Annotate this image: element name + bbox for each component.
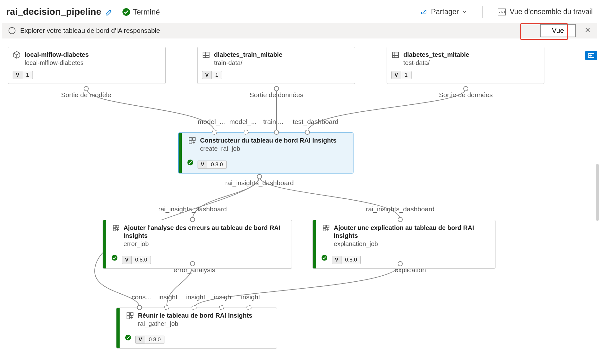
node-train-asset[interactable]: diabetes_train_mltable train-data/ V1 xyxy=(197,47,355,84)
version-chip: V1 xyxy=(13,71,33,79)
highlight-box xyxy=(520,23,568,40)
version-chip: V1 xyxy=(202,71,222,79)
version-chip: V1 xyxy=(391,71,412,79)
close-icon[interactable] xyxy=(584,27,591,34)
input-port[interactable] xyxy=(305,130,310,135)
edit-icon[interactable] xyxy=(105,8,113,16)
infobar-text: Explorer votre tableau de bord d'IA resp… xyxy=(20,27,160,34)
node-create-rai[interactable]: Constructeur du tableau de bord RAI Insi… xyxy=(178,132,353,173)
component-icon xyxy=(126,312,134,320)
input-port[interactable] xyxy=(137,305,142,310)
table-icon xyxy=(202,51,210,59)
edge-label: model_... xyxy=(198,118,225,126)
version-chip: V0.8.0 xyxy=(135,336,164,344)
edge-label: train ... xyxy=(263,118,283,126)
check-circle-icon xyxy=(321,254,328,261)
node-explanation[interactable]: Ajouter une explication au tableau de bo… xyxy=(312,220,495,269)
job-overview-button[interactable]: Vue d'ensemble du travail xyxy=(498,8,593,16)
edge-label: model_... xyxy=(229,118,257,126)
svg-rect-6 xyxy=(392,52,399,57)
component-icon xyxy=(112,224,120,232)
panel-toggle-button[interactable] xyxy=(585,51,597,60)
edge-label: insight xyxy=(214,293,233,301)
edge-label: insight xyxy=(186,293,205,301)
divider xyxy=(482,6,483,18)
svg-rect-7 xyxy=(189,138,192,140)
input-port[interactable] xyxy=(164,305,169,310)
job-status: Terminé xyxy=(122,8,160,16)
scrollbar[interactable] xyxy=(596,164,599,221)
component-icon xyxy=(188,137,196,145)
table-icon xyxy=(391,51,400,59)
edge-label: insight xyxy=(158,293,178,301)
check-circle-icon xyxy=(122,8,130,16)
svg-rect-9 xyxy=(189,141,192,144)
output-port[interactable] xyxy=(190,261,195,266)
svg-rect-13 xyxy=(113,228,116,231)
version-chip: V0.8.0 xyxy=(332,256,361,264)
svg-rect-15 xyxy=(323,225,326,228)
edge-label: Sortie de modèle xyxy=(61,91,111,99)
edge-label: Sortie de données xyxy=(250,91,303,99)
chevron-down-icon xyxy=(462,9,467,15)
svg-point-3 xyxy=(12,29,12,29)
input-port[interactable] xyxy=(274,130,279,135)
input-port[interactable] xyxy=(398,217,403,222)
svg-rect-16 xyxy=(326,225,329,228)
edge-label: test_dashboard xyxy=(293,118,339,126)
svg-rect-19 xyxy=(127,313,130,315)
node-test-asset[interactable]: diabetes_test_mltable test-data/ V1 xyxy=(387,47,544,84)
input-port[interactable] xyxy=(244,130,249,135)
node-gather[interactable]: Réunir le tableau de bord RAI Insights r… xyxy=(116,308,277,349)
share-button[interactable]: Partager xyxy=(420,8,467,16)
input-port[interactable] xyxy=(219,305,224,310)
svg-rect-5 xyxy=(203,52,209,57)
svg-rect-20 xyxy=(130,313,133,315)
svg-rect-12 xyxy=(116,225,119,228)
component-icon xyxy=(322,224,330,232)
edge-label: Sortie de données xyxy=(439,91,493,99)
version-chip: V0.8.0 xyxy=(122,256,151,264)
share-icon xyxy=(420,8,428,16)
node-error-analysis[interactable]: Ajouter l'analyse des erreurs au tableau… xyxy=(103,220,292,269)
svg-rect-21 xyxy=(127,316,130,319)
info-icon xyxy=(8,27,16,34)
edge-label: rai_insights_dashboard xyxy=(225,179,294,187)
input-port[interactable] xyxy=(212,130,217,135)
edge-label: cons... xyxy=(132,293,151,301)
output-port[interactable] xyxy=(84,86,89,91)
svg-rect-17 xyxy=(323,228,326,231)
check-circle-icon xyxy=(187,159,194,166)
svg-rect-11 xyxy=(113,225,116,228)
edge-label: rai_insights_dashboard xyxy=(158,205,227,213)
edge-label: rai_insights_dashboard xyxy=(366,205,434,213)
check-circle-icon xyxy=(111,254,118,261)
edge-label: insight xyxy=(241,293,260,301)
input-port[interactable] xyxy=(192,305,197,310)
input-port[interactable] xyxy=(246,305,252,310)
version-chip: V0.8.0 xyxy=(198,161,227,169)
bar-chart-icon xyxy=(498,9,506,15)
input-port[interactable] xyxy=(190,217,195,222)
node-model-asset[interactable]: local-mlflow-diabetes local-mlflow-diabe… xyxy=(8,47,166,84)
pipeline-title: rai_decision_pipeline xyxy=(6,7,101,17)
check-circle-icon xyxy=(125,334,132,341)
output-port[interactable] xyxy=(257,174,262,179)
output-port[interactable] xyxy=(398,261,403,266)
cube-icon xyxy=(13,51,21,59)
svg-rect-8 xyxy=(193,138,195,140)
output-port[interactable] xyxy=(274,86,279,91)
output-port[interactable] xyxy=(463,86,468,91)
